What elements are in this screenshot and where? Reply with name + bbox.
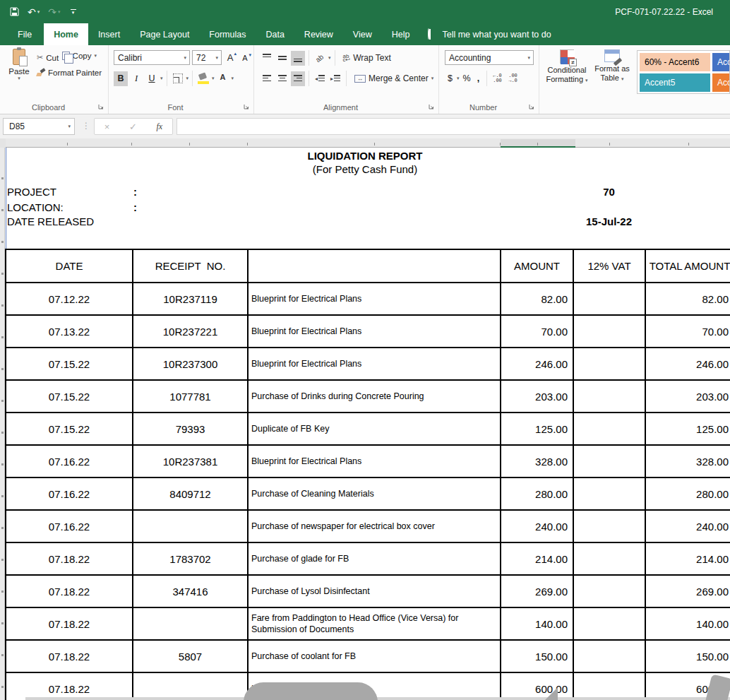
table-cell[interactable]: 07.15.22 [6, 413, 133, 445]
table-cell[interactable] [573, 672, 645, 700]
table-cell[interactable]: 214.00 [501, 542, 573, 575]
font-family-combo[interactable]: Calibri▾ [114, 50, 190, 65]
table-cell[interactable] [133, 672, 248, 700]
align-center-icon[interactable] [275, 71, 289, 86]
table-cell[interactable]: 79393 [133, 413, 248, 445]
table-cell[interactable]: 07.16.22 [6, 510, 133, 542]
table-cell[interactable] [573, 445, 645, 477]
table-cell[interactable]: 269.00 [645, 575, 730, 607]
table-cell[interactable]: 5807 [133, 640, 248, 672]
table-cell[interactable]: 203.00 [501, 380, 573, 413]
borders-button[interactable] [171, 71, 185, 86]
table-cell[interactable]: 10R237300 [133, 348, 248, 380]
header-amount[interactable]: AMOUNT [501, 249, 573, 283]
table-cell[interactable]: 10R237119 [133, 283, 248, 315]
align-right-icon[interactable] [291, 71, 305, 86]
undo-icon[interactable]: ↶▾ [28, 7, 40, 17]
align-middle-icon[interactable] [275, 51, 289, 66]
table-cell[interactable]: Purchase of Lysol Disinfectant [248, 575, 501, 607]
table-cell[interactable]: 07.18.22 [6, 672, 133, 700]
selected-column-header[interactable] [501, 139, 575, 148]
table-cell[interactable]: 07.18.22 [6, 542, 133, 575]
table-cell[interactable]: 280.00 [645, 477, 730, 510]
table-cell[interactable] [573, 315, 645, 348]
font-color-button[interactable]: A [216, 71, 230, 86]
field-project[interactable]: PROJECT : 70 [0, 186, 730, 201]
table-cell[interactable]: 82.00 [501, 283, 573, 315]
conditional-formatting-button[interactable]: ≠ Conditional Formatting ▾ [544, 49, 590, 85]
table-cell[interactable] [573, 413, 645, 445]
table-cell[interactable]: 07.18.22 [6, 607, 133, 640]
table-cell[interactable]: 10R237221 [133, 315, 248, 348]
number-format-combo[interactable]: Accounting▾ [445, 50, 534, 65]
save-icon[interactable] [10, 7, 19, 16]
orientation-icon[interactable]: ab [313, 51, 327, 66]
customize-qat-icon[interactable]: ▾ [71, 9, 76, 14]
table-cell[interactable]: Blueprint for Electrical Plans [248, 348, 501, 380]
copy-button[interactable]: Copy ▾ [62, 52, 97, 60]
table-cell[interactable]: Purchase of coolant for FB [248, 640, 501, 672]
name-box[interactable]: D85 ▾ [3, 118, 75, 135]
table-cell[interactable]: 150.00 [501, 640, 573, 672]
tab-insert[interactable]: Insert [88, 23, 130, 45]
font-dialog-launcher[interactable] [244, 104, 251, 111]
underline-button[interactable]: U [145, 71, 159, 86]
table-cell[interactable] [573, 607, 645, 640]
table-cell[interactable]: 347416 [133, 575, 248, 607]
increase-font-icon[interactable]: A▴ [224, 52, 237, 63]
increase-decimal-icon[interactable]: ←.0.00 [491, 71, 505, 86]
tab-formulas[interactable]: Formulas [199, 23, 256, 45]
align-bottom-icon[interactable] [291, 51, 305, 66]
table-cell[interactable]: 70.00 [645, 315, 730, 348]
table-cell[interactable]: 328.00 [645, 445, 730, 477]
merge-center-button[interactable]: ↔ Merge & Center ▾ [354, 73, 433, 83]
fill-color-button[interactable] [196, 71, 210, 86]
table-cell[interactable] [133, 607, 248, 640]
insert-function-icon[interactable]: fx [157, 121, 163, 132]
cancel-icon[interactable]: × [104, 121, 110, 132]
header-description[interactable] [248, 249, 501, 283]
table-cell[interactable]: Blueprint for Electrical Plans [248, 283, 501, 315]
table-cell[interactable] [573, 542, 645, 575]
formula-input[interactable] [176, 118, 730, 135]
table-cell[interactable]: 07.15.22 [6, 348, 133, 380]
tab-view[interactable]: View [343, 23, 382, 45]
font-size-combo[interactable]: 72▾ [192, 50, 222, 65]
italic-button[interactable]: I [129, 71, 143, 86]
tab-home[interactable]: Home [44, 23, 88, 45]
tab-file[interactable]: File [6, 23, 44, 45]
cell-style-accent1[interactable]: Acc [712, 53, 730, 71]
cut-button[interactable]: ✂ Cut [37, 53, 59, 62]
table-cell[interactable]: Blueprint for Electrical Plans [248, 315, 501, 348]
table-cell[interactable]: 1077781 [133, 380, 248, 413]
tab-help[interactable]: Help [382, 23, 420, 45]
table-cell[interactable]: Duplicate of FB Key [248, 413, 501, 445]
percent-format-icon[interactable]: % [461, 71, 473, 86]
table-cell[interactable]: 07.16.22 [6, 445, 133, 477]
table-cell[interactable]: 280.00 [501, 477, 573, 510]
alignment-dialog-launcher[interactable] [429, 104, 436, 111]
table-cell[interactable] [573, 283, 645, 315]
decrease-decimal-icon[interactable]: .00→.0 [506, 71, 520, 86]
redo-icon[interactable]: ↷▾ [48, 7, 60, 17]
table-cell[interactable]: 600.00 [501, 672, 573, 700]
table-cell[interactable]: 240.00 [501, 510, 573, 542]
table-cell[interactable]: Fare from Paddington to Head Office (Vic… [248, 607, 501, 640]
field-location[interactable]: LOCATION: : [0, 201, 730, 217]
clipboard-dialog-launcher[interactable] [98, 104, 105, 111]
table-cell[interactable]: 1783702 [133, 542, 248, 575]
tab-review[interactable]: Review [294, 23, 343, 45]
table-cell[interactable]: 140.00 [645, 607, 730, 640]
table-cell[interactable]: 140.00 [501, 607, 573, 640]
table-cell[interactable]: 246.00 [501, 348, 573, 380]
table-cell[interactable]: Purchase of glade for FB [248, 542, 501, 575]
currency-format-icon[interactable]: $ [445, 71, 455, 86]
table-cell[interactable]: 240.00 [645, 510, 730, 542]
table-cell[interactable]: 203.00 [645, 380, 730, 413]
field-date-released[interactable]: DATE RELEASED 15-Jul-22 [0, 215, 730, 231]
header-total-amount[interactable]: TOTAL AMOUNT [645, 249, 730, 283]
table-cell[interactable]: 125.00 [645, 413, 730, 445]
table-cell[interactable]: Blueprint for Electrical Plans [248, 445, 501, 477]
decrease-font-icon[interactable]: A▾ [239, 54, 251, 62]
table-cell[interactable]: 214.00 [645, 542, 730, 575]
